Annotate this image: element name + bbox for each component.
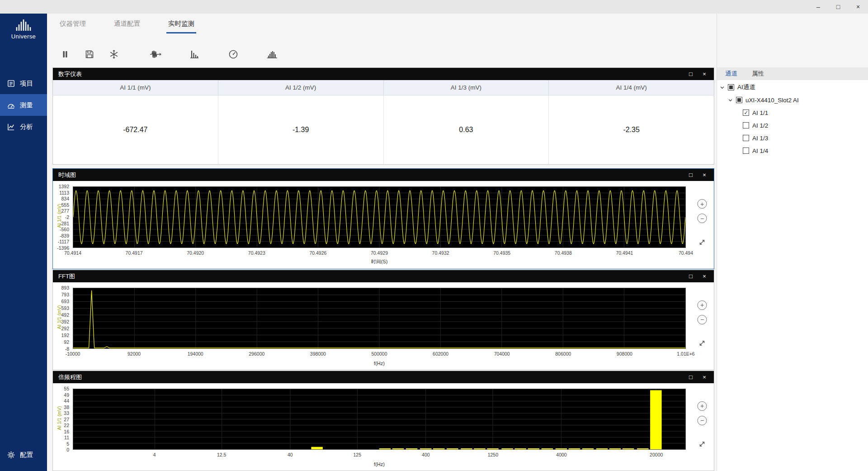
sidebar: Universe 项目 测量 分析 bbox=[0, 14, 47, 471]
x-tick-labels: 412.5401254001250400020000 bbox=[73, 452, 686, 458]
gear-icon bbox=[7, 451, 15, 459]
tree-node-label: AI通道 bbox=[737, 83, 755, 91]
toolbar bbox=[59, 48, 278, 61]
spectrum-view-button[interactable] bbox=[188, 48, 201, 61]
tab-instrument-management[interactable]: 仪器管理 bbox=[58, 19, 88, 33]
meter-value: -2.35 bbox=[549, 95, 714, 164]
zoom-out-button[interactable]: − bbox=[698, 214, 707, 223]
measure-icon bbox=[7, 101, 15, 109]
panel-title: 倍频程图 bbox=[58, 373, 681, 381]
window-minimize-icon[interactable]: – bbox=[808, 0, 828, 14]
gauge-view-button[interactable] bbox=[227, 48, 240, 61]
universe-logo-icon bbox=[13, 19, 34, 31]
octave-panel-titlebar: 倍频程图 □ × bbox=[53, 371, 714, 383]
fit-view-button[interactable] bbox=[698, 238, 706, 248]
sidebar-item-label: 测量 bbox=[20, 101, 33, 109]
meter-value: -1.39 bbox=[218, 95, 384, 164]
octave-chart: AI 1/1 (mV) 55494438332722161150 412.540… bbox=[53, 383, 714, 471]
tree-node-ai-1-1[interactable]: AI 1/1 bbox=[717, 106, 868, 119]
fit-view-button[interactable] bbox=[698, 440, 706, 450]
maximize-icon[interactable]: □ bbox=[687, 273, 695, 280]
sidebar-item-config[interactable]: 配置 bbox=[0, 444, 47, 466]
meter-channel-label: AI 1/3 (mV) bbox=[384, 80, 549, 95]
checkbox[interactable] bbox=[743, 135, 749, 141]
close-icon[interactable]: × bbox=[700, 374, 708, 381]
meter-value-row: -672.47 -1.39 0.63 -2.35 bbox=[53, 95, 714, 164]
tab-channel-config[interactable]: 通道配置 bbox=[112, 19, 142, 33]
fft-panel-titlebar: FFT图 □ × bbox=[53, 270, 714, 282]
expand-icon bbox=[698, 238, 706, 246]
time-domain-view-button[interactable] bbox=[149, 48, 162, 61]
sidebar-item-project[interactable]: 项目 bbox=[0, 72, 47, 94]
zoom-controls: + − bbox=[694, 383, 710, 450]
zoom-in-button[interactable]: + bbox=[698, 300, 707, 310]
maximize-icon[interactable]: □ bbox=[687, 71, 695, 77]
meters-panel-titlebar: 数字仪表 □ × bbox=[53, 68, 714, 80]
x-tick-labels: 70.491470.491770.492070.492370.492670.49… bbox=[73, 250, 686, 257]
checkbox[interactable] bbox=[743, 122, 749, 128]
sidebar-item-label: 配置 bbox=[20, 451, 33, 459]
close-icon[interactable]: × bbox=[700, 171, 708, 178]
chevron-down-icon[interactable] bbox=[720, 85, 725, 90]
zoom-controls: + − bbox=[694, 181, 710, 248]
sidebar-item-analyze[interactable]: 分析 bbox=[0, 116, 47, 138]
universe-logo: Universe bbox=[0, 14, 47, 40]
time-domain-icon bbox=[150, 49, 161, 60]
time-panel-titlebar: 时域图 □ × bbox=[53, 169, 714, 181]
freeze-button[interactable] bbox=[108, 48, 120, 61]
fft-chart: AI 1/1 (mV) 89379369359349239229219292-8… bbox=[53, 282, 714, 370]
tree-node-ai-1-2[interactable]: AI 1/2 bbox=[717, 119, 868, 132]
tab-realtime-monitor[interactable]: 实时监测 bbox=[166, 19, 196, 33]
panel-title: FFT图 bbox=[58, 272, 681, 281]
project-icon bbox=[7, 79, 15, 88]
zoom-out-button[interactable]: − bbox=[698, 416, 707, 425]
panel-time-domain: 时域图 □ × AI 1/1 (mV) 13921113834555277-2-… bbox=[52, 168, 714, 269]
maximize-icon[interactable]: □ bbox=[687, 171, 695, 178]
window-close-icon[interactable]: × bbox=[848, 0, 868, 14]
tree-node-device[interactable]: uXI-X4410_Slot2 AI bbox=[717, 94, 868, 106]
checkbox[interactable] bbox=[728, 84, 734, 90]
checkbox[interactable] bbox=[743, 109, 749, 116]
panel-title: 数字仪表 bbox=[58, 70, 681, 78]
panel-octave: 倍频程图 □ × AI 1/1 (mV) 5549443833272216115… bbox=[52, 371, 714, 471]
checkbox[interactable] bbox=[743, 147, 749, 154]
tab-properties[interactable]: 属性 bbox=[752, 70, 764, 78]
octave-plot-area[interactable] bbox=[73, 389, 686, 450]
zoom-out-button[interactable]: − bbox=[698, 315, 707, 324]
tree-node-ai-1-3[interactable]: AI 1/3 bbox=[717, 132, 868, 144]
tree-node-ai-1-4[interactable]: AI 1/4 bbox=[717, 144, 868, 157]
zoom-in-button[interactable]: + bbox=[698, 401, 707, 411]
expand-icon bbox=[698, 339, 706, 347]
time-chart: AI 1/1 (mV) 13921113834555277-2-281-560-… bbox=[53, 181, 714, 269]
panel-title: 时域图 bbox=[58, 171, 681, 179]
zoom-controls: + − bbox=[694, 282, 710, 349]
close-icon[interactable]: × bbox=[700, 71, 708, 77]
snowflake-icon bbox=[108, 49, 119, 60]
checkbox[interactable] bbox=[736, 97, 742, 103]
meter-channel-label: AI 1/2 (mV) bbox=[218, 80, 384, 95]
analyze-icon bbox=[7, 123, 15, 131]
tab-channels[interactable]: 通道 bbox=[725, 70, 737, 78]
chevron-down-icon[interactable] bbox=[728, 98, 733, 103]
meter-value: 0.63 bbox=[384, 95, 549, 164]
pause-icon bbox=[60, 49, 71, 60]
window-maximize-icon[interactable]: □ bbox=[828, 0, 848, 14]
right-panel-tabs: 通道 属性 bbox=[717, 67, 868, 80]
octave-view-button[interactable] bbox=[266, 48, 278, 61]
octave-icon bbox=[266, 49, 278, 60]
x-axis-title: 时间(S) bbox=[73, 258, 686, 265]
x-axis-title: f(Hz) bbox=[73, 461, 686, 467]
x-axis-title: f(Hz) bbox=[73, 361, 686, 366]
zoom-in-button[interactable]: + bbox=[698, 199, 707, 209]
close-icon[interactable]: × bbox=[700, 273, 708, 280]
sidebar-item-measure[interactable]: 测量 bbox=[0, 94, 47, 116]
fit-view-button[interactable] bbox=[698, 339, 706, 349]
sidebar-menu: 项目 测量 分析 bbox=[0, 72, 47, 138]
fft-plot-area[interactable] bbox=[73, 288, 686, 349]
time-plot-area[interactable] bbox=[73, 186, 686, 248]
save-button[interactable] bbox=[83, 48, 96, 61]
channel-tree: AI通道 uXI-X4410_Slot2 AI AI 1/1 AI 1/2 AI… bbox=[717, 80, 868, 471]
pause-button[interactable] bbox=[59, 48, 71, 61]
tree-node-ai-channels[interactable]: AI通道 bbox=[717, 81, 868, 94]
maximize-icon[interactable]: □ bbox=[687, 374, 695, 381]
